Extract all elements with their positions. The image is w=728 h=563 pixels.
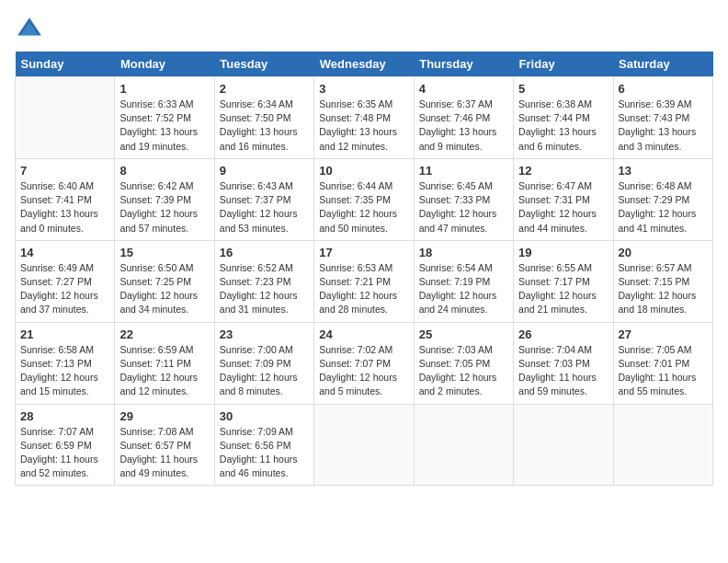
calendar-cell: 17Sunrise: 6:53 AM Sunset: 7:21 PM Dayli… [314, 240, 414, 322]
calendar-cell [613, 404, 712, 486]
calendar-cell: 22Sunrise: 6:59 AM Sunset: 7:11 PM Dayli… [115, 322, 214, 404]
day-info: Sunrise: 6:40 AM Sunset: 7:41 PM Dayligh… [20, 179, 109, 236]
day-info: Sunrise: 6:58 AM Sunset: 7:13 PM Dayligh… [20, 343, 109, 399]
day-info: Sunrise: 6:34 AM Sunset: 7:50 PM Dayligh… [220, 98, 309, 154]
calendar-cell: 7Sunrise: 6:40 AM Sunset: 7:41 PM Daylig… [16, 158, 115, 240]
page-header [15, 15, 713, 44]
day-number: 16 [220, 246, 309, 259]
calendar-cell: 16Sunrise: 6:52 AM Sunset: 7:23 PM Dayli… [214, 240, 313, 322]
day-info: Sunrise: 7:02 AM Sunset: 7:07 PM Dayligh… [319, 343, 408, 399]
header-day-monday: Monday [115, 52, 214, 77]
day-number: 23 [220, 327, 309, 341]
calendar-cell: 13Sunrise: 6:48 AM Sunset: 7:29 PM Dayli… [613, 158, 712, 240]
day-number: 24 [319, 327, 408, 341]
day-info: Sunrise: 6:47 AM Sunset: 7:31 PM Dayligh… [518, 179, 608, 236]
day-info: Sunrise: 7:03 AM Sunset: 7:05 PM Dayligh… [419, 343, 508, 399]
week-row-1: 7Sunrise: 6:40 AM Sunset: 7:41 PM Daylig… [16, 158, 713, 240]
day-number: 7 [20, 164, 109, 178]
calendar-cell: 9Sunrise: 6:43 AM Sunset: 7:37 PM Daylig… [214, 158, 313, 240]
day-number: 30 [220, 409, 309, 423]
day-info: Sunrise: 6:50 AM Sunset: 7:25 PM Dayligh… [119, 261, 209, 317]
calendar-cell: 3Sunrise: 6:35 AM Sunset: 7:48 PM Daylig… [314, 77, 414, 159]
logo-icon [15, 15, 44, 44]
calendar-cell: 27Sunrise: 7:05 AM Sunset: 7:01 PM Dayli… [613, 322, 712, 404]
day-number: 18 [419, 246, 508, 259]
calendar-cell: 15Sunrise: 6:50 AM Sunset: 7:25 PM Dayli… [115, 240, 214, 322]
day-number: 12 [518, 164, 608, 178]
day-number: 4 [419, 82, 508, 96]
calendar-cell: 20Sunrise: 6:57 AM Sunset: 7:15 PM Dayli… [613, 240, 712, 322]
day-info: Sunrise: 6:59 AM Sunset: 7:11 PM Dayligh… [119, 343, 209, 399]
day-info: Sunrise: 6:49 AM Sunset: 7:27 PM Dayligh… [20, 261, 109, 317]
day-info: Sunrise: 6:52 AM Sunset: 7:23 PM Dayligh… [220, 261, 309, 317]
day-number: 15 [119, 246, 209, 259]
day-info: Sunrise: 6:43 AM Sunset: 7:37 PM Dayligh… [220, 179, 309, 236]
calendar-cell: 11Sunrise: 6:45 AM Sunset: 7:33 PM Dayli… [414, 158, 513, 240]
calendar-cell [514, 404, 613, 486]
day-number: 17 [319, 246, 408, 259]
week-row-3: 21Sunrise: 6:58 AM Sunset: 7:13 PM Dayli… [16, 322, 713, 404]
week-row-0: 1Sunrise: 6:33 AM Sunset: 7:52 PM Daylig… [16, 77, 713, 159]
day-info: Sunrise: 7:07 AM Sunset: 6:59 PM Dayligh… [20, 425, 109, 481]
day-number: 21 [20, 327, 109, 341]
day-info: Sunrise: 6:39 AM Sunset: 7:43 PM Dayligh… [619, 98, 708, 154]
day-number: 25 [419, 327, 508, 341]
header-day-wednesday: Wednesday [314, 52, 414, 77]
day-info: Sunrise: 6:35 AM Sunset: 7:48 PM Dayligh… [319, 98, 408, 154]
day-number: 5 [518, 82, 608, 96]
day-info: Sunrise: 6:54 AM Sunset: 7:19 PM Dayligh… [419, 261, 508, 317]
day-number: 22 [119, 327, 209, 341]
day-info: Sunrise: 7:04 AM Sunset: 7:03 PM Dayligh… [518, 343, 608, 399]
day-info: Sunrise: 6:37 AM Sunset: 7:46 PM Dayligh… [419, 98, 508, 154]
day-number: 19 [518, 246, 608, 259]
calendar-cell: 21Sunrise: 6:58 AM Sunset: 7:13 PM Dayli… [16, 322, 115, 404]
day-info: Sunrise: 6:33 AM Sunset: 7:52 PM Dayligh… [119, 98, 209, 154]
calendar-cell: 19Sunrise: 6:55 AM Sunset: 7:17 PM Dayli… [514, 240, 613, 322]
header-day-friday: Friday [514, 52, 613, 77]
day-info: Sunrise: 6:38 AM Sunset: 7:44 PM Dayligh… [518, 98, 608, 154]
logo [15, 15, 48, 44]
day-number: 20 [619, 246, 708, 259]
day-number: 1 [119, 82, 209, 96]
calendar-cell: 25Sunrise: 7:03 AM Sunset: 7:05 PM Dayli… [414, 322, 513, 404]
header-day-tuesday: Tuesday [214, 52, 313, 77]
calendar-cell: 10Sunrise: 6:44 AM Sunset: 7:35 PM Dayli… [314, 158, 414, 240]
day-info: Sunrise: 7:09 AM Sunset: 6:56 PM Dayligh… [220, 425, 309, 481]
day-number: 9 [220, 164, 309, 178]
day-info: Sunrise: 6:44 AM Sunset: 7:35 PM Dayligh… [319, 179, 408, 236]
day-number: 14 [20, 246, 109, 259]
calendar-cell: 5Sunrise: 6:38 AM Sunset: 7:44 PM Daylig… [514, 77, 613, 159]
day-number: 8 [119, 164, 209, 178]
calendar-cell [314, 404, 414, 486]
calendar-cell [16, 77, 115, 159]
week-row-2: 14Sunrise: 6:49 AM Sunset: 7:27 PM Dayli… [16, 240, 713, 322]
calendar-cell: 24Sunrise: 7:02 AM Sunset: 7:07 PM Dayli… [314, 322, 414, 404]
calendar-cell: 4Sunrise: 6:37 AM Sunset: 7:46 PM Daylig… [414, 77, 513, 159]
header-day-saturday: Saturday [613, 52, 712, 77]
calendar-cell: 14Sunrise: 6:49 AM Sunset: 7:27 PM Dayli… [16, 240, 115, 322]
day-number: 29 [119, 409, 209, 423]
calendar-table: SundayMondayTuesdayWednesdayThursdayFrid… [15, 52, 713, 486]
calendar-cell: 29Sunrise: 7:08 AM Sunset: 6:57 PM Dayli… [115, 404, 214, 486]
day-number: 13 [619, 164, 708, 178]
day-number: 3 [319, 82, 408, 96]
calendar-cell: 28Sunrise: 7:07 AM Sunset: 6:59 PM Dayli… [16, 404, 115, 486]
day-number: 28 [20, 409, 109, 423]
header-day-thursday: Thursday [414, 52, 513, 77]
calendar-cell: 2Sunrise: 6:34 AM Sunset: 7:50 PM Daylig… [214, 77, 313, 159]
day-info: Sunrise: 6:42 AM Sunset: 7:39 PM Dayligh… [119, 179, 209, 236]
week-row-4: 28Sunrise: 7:07 AM Sunset: 6:59 PM Dayli… [16, 404, 713, 486]
calendar-cell [414, 404, 513, 486]
calendar-cell: 23Sunrise: 7:00 AM Sunset: 7:09 PM Dayli… [214, 322, 313, 404]
day-number: 27 [619, 327, 708, 341]
calendar-cell: 6Sunrise: 6:39 AM Sunset: 7:43 PM Daylig… [613, 77, 712, 159]
header-day-sunday: Sunday [16, 52, 115, 77]
day-info: Sunrise: 6:53 AM Sunset: 7:21 PM Dayligh… [319, 261, 408, 317]
day-number: 2 [220, 82, 309, 96]
day-number: 26 [518, 327, 608, 341]
day-number: 6 [619, 82, 708, 96]
day-info: Sunrise: 7:00 AM Sunset: 7:09 PM Dayligh… [220, 343, 309, 399]
day-number: 11 [419, 164, 508, 178]
day-info: Sunrise: 6:48 AM Sunset: 7:29 PM Dayligh… [619, 179, 708, 236]
calendar-cell: 30Sunrise: 7:09 AM Sunset: 6:56 PM Dayli… [214, 404, 313, 486]
